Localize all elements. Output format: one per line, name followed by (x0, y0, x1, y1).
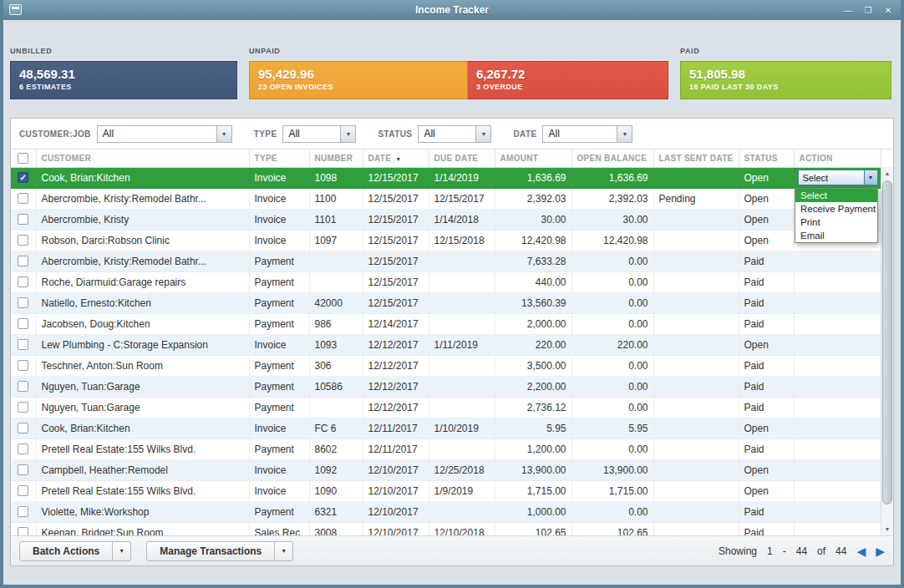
table-row[interactable]: ✓ Pretell Real Estate:155 Wilks Blvd. In… (11, 480, 881, 501)
paid-tile[interactable]: 51,805.98 16 PAID LAST 30 DAYS (680, 61, 891, 99)
open-invoices-tile[interactable]: 95,429.96 23 OPEN INVOICES (249, 61, 468, 99)
row-checkbox[interactable]: ✓ (18, 339, 28, 350)
row-checkbox[interactable]: ✓ (18, 214, 28, 225)
row-checkbox[interactable]: ✓ (18, 402, 28, 413)
table-row[interactable]: ✓ Lew Plumbing - C:Storage Expansion Inv… (11, 334, 881, 355)
status-dropdown[interactable]: All ▼ (418, 125, 491, 143)
table-row[interactable]: ✓ Campbell, Heather:Remodel Invoice 1092… (11, 459, 881, 480)
row-checkbox[interactable]: ✓ (18, 256, 28, 266)
row-checkbox[interactable]: ✓ (18, 485, 28, 496)
overdue-tile[interactable]: 6,267.72 3 OVERDUE (468, 61, 668, 99)
header-number[interactable]: NUMBER (309, 150, 363, 167)
row-checkbox[interactable]: ✓ (18, 318, 28, 329)
row-checkbox[interactable]: ✓ (18, 276, 28, 287)
minimize-button[interactable]: — (841, 3, 856, 17)
select-all-checkbox[interactable]: ✓ (18, 153, 28, 164)
table-body: ✓ Cook, Brian:Kitchen Invoice 1098 12/15… (11, 167, 881, 535)
cell-date: 12/15/2017 (363, 209, 429, 230)
table-row[interactable]: ✓ Nguyen, Tuan:Garage Payment 12/12/2017… (11, 397, 881, 418)
next-page-button[interactable]: ▶ (876, 545, 885, 558)
overdue-caption: 3 OVERDUE (476, 83, 659, 91)
cell-status: Paid (739, 438, 794, 459)
header-status[interactable]: STATUS (739, 150, 794, 167)
action-select-value: Select (799, 170, 864, 185)
cell-checkbox: ✓ (11, 251, 36, 271)
table-row[interactable]: ✓ Nguyen, Tuan:Garage Payment 10586 12/1… (11, 376, 881, 397)
cell-type: Invoice (249, 480, 309, 501)
row-checkbox[interactable]: ✓ (18, 235, 28, 246)
scroll-down-button[interactable]: ▼ (881, 523, 893, 535)
cell-customer: Nguyen, Tuan:Garage (36, 376, 249, 397)
prev-page-button[interactable]: ◀ (856, 545, 866, 558)
date-dropdown[interactable]: All ▼ (542, 125, 632, 143)
row-checkbox[interactable]: ✓ (18, 172, 28, 183)
table-row[interactable]: ✓ Abercrombie, Kristy:Remodel Bathr... P… (11, 251, 881, 271)
header-last-sent-date[interactable]: LAST SENT DATE (653, 150, 739, 167)
cell-status: Paid (739, 271, 794, 292)
action-dropdown-option[interactable]: Email (795, 229, 877, 242)
unbilled-amount: 48,569.31 (19, 67, 228, 81)
table-row[interactable]: ✓ Pretell Real Estate:155 Wilks Blvd. Pa… (11, 438, 881, 459)
action-dropdown-option[interactable]: Print (795, 215, 877, 229)
unbilled-label: UNBILLED (10, 47, 237, 58)
table-row[interactable]: ✓ Roche, Diarmuid:Garage repairs Payment… (11, 271, 881, 292)
scrollbar-thumb[interactable] (882, 180, 892, 504)
scroll-up-button[interactable]: ▲ (881, 167, 893, 180)
header-customer[interactable]: CUSTOMER (36, 150, 249, 167)
table-row[interactable]: ✓ Cook, Brian:Kitchen Invoice 1098 12/15… (11, 167, 881, 188)
action-dropdown-option[interactable]: Receive Payment (795, 202, 877, 215)
cell-date: 12/10/2017 (363, 522, 429, 535)
table-row[interactable]: ✓ Violette, Mike:Workshop Payment 6321 1… (11, 501, 881, 522)
filter-status-label: STATUS (378, 129, 412, 139)
cell-number: 1093 (309, 334, 363, 355)
cell-status: Paid (739, 397, 794, 418)
type-dropdown[interactable]: All ▼ (282, 125, 356, 143)
unbilled-tile[interactable]: 48,569.31 6 ESTIMATES (10, 61, 237, 99)
row-checkbox[interactable]: ✓ (18, 423, 28, 433)
table-row[interactable]: ✓ Robson, Darci:Robson Clinic Invoice 10… (11, 230, 881, 251)
batch-actions-menu-button[interactable]: ▼ (113, 541, 131, 561)
action-dropdown-option[interactable]: Select (795, 189, 877, 202)
row-checkbox[interactable]: ✓ (18, 444, 28, 454)
table-row[interactable]: ✓ Abercrombie, Kristy Invoice 1101 12/15… (11, 209, 881, 230)
date-value: All (543, 126, 617, 142)
row-checkbox[interactable]: ✓ (18, 464, 28, 475)
cell-date: 12/15/2017 (363, 230, 429, 251)
vertical-scrollbar[interactable]: ▲ ▼ (881, 167, 893, 535)
row-checkbox[interactable]: ✓ (18, 527, 28, 535)
cell-last-sent-date (653, 334, 739, 355)
table-row[interactable]: ✓ Natiello, Ernesto:Kitchen Payment 4200… (11, 292, 881, 313)
cell-customer: Abercrombie, Kristy:Remodel Bathr... (36, 251, 249, 271)
row-checkbox[interactable]: ✓ (18, 360, 28, 371)
row-checkbox[interactable]: ✓ (18, 193, 28, 204)
row-checkbox[interactable]: ✓ (18, 297, 28, 308)
manage-transactions-button[interactable]: Manage Transactions (146, 541, 275, 561)
header-amount[interactable]: AMOUNT (495, 150, 571, 167)
cell-date: 12/15/2017 (363, 271, 429, 292)
manage-transactions-menu-button[interactable]: ▼ (275, 541, 293, 561)
header-due-date[interactable]: DUE DATE (429, 150, 495, 167)
cell-number: 1100 (309, 188, 363, 209)
table-row[interactable]: ✓ Teschner, Anton:Sun Room Payment 306 1… (11, 355, 881, 376)
header-open-balance[interactable]: OPEN BALANCE (571, 150, 653, 167)
table-row[interactable]: ✓ Abercrombie, Kristy:Remodel Bathr... I… (11, 188, 881, 209)
customer-job-dropdown[interactable]: All ▼ (97, 125, 232, 143)
row-checkbox[interactable]: ✓ (18, 506, 28, 517)
header-action[interactable]: ACTION (794, 150, 881, 167)
header-date[interactable]: DATE▼ (363, 150, 429, 167)
range-start: 1 (767, 545, 773, 557)
table-row[interactable]: ✓ Cook, Brian:Kitchen Invoice FC 6 12/11… (11, 418, 881, 438)
table-row[interactable]: ✓ Keenan, Bridget:Sun Room Sales Rec 300… (11, 522, 881, 535)
cell-date: 12/15/2017 (363, 292, 429, 313)
close-button[interactable]: ✕ (881, 3, 896, 17)
table-row[interactable]: ✓ Jacobsen, Doug:Kitchen Payment 986 12/… (11, 313, 881, 334)
batch-actions-button[interactable]: Batch Actions (19, 541, 113, 561)
action-select[interactable]: Select ▼ (798, 170, 878, 185)
cell-due-date: 1/10/2019 (429, 418, 495, 438)
cell-customer: Keenan, Bridget:Sun Room (36, 522, 249, 535)
header-type[interactable]: TYPE (249, 150, 309, 167)
maximize-button[interactable]: ❐ (861, 3, 876, 17)
action-dropdown-list: SelectReceive PaymentPrintEmail (795, 188, 878, 243)
row-checkbox[interactable]: ✓ (18, 381, 28, 392)
cell-amount: 13,900.00 (495, 459, 571, 480)
